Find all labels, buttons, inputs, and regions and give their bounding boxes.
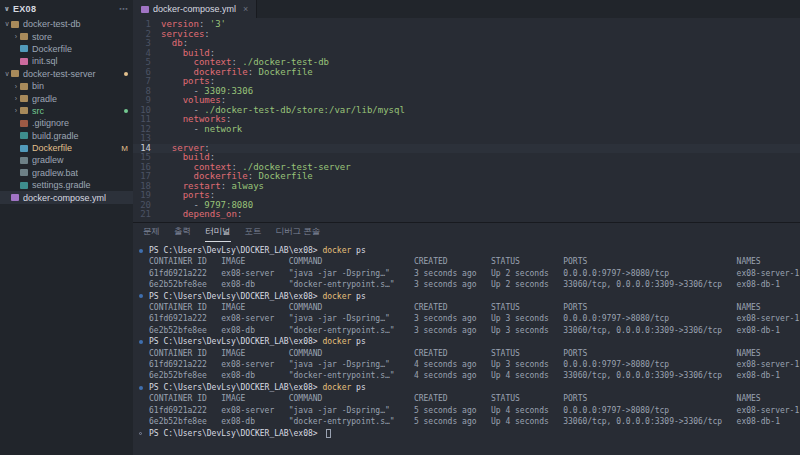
- git-change-dot: [124, 109, 128, 113]
- chevron-right-icon: ›: [12, 33, 20, 40]
- command-decoration-icon[interactable]: [139, 340, 149, 344]
- tree-item-docker-compose.yml[interactable]: docker-compose.yml: [0, 191, 133, 203]
- chevron-right-icon: ›: [12, 83, 20, 90]
- tree-item-store[interactable]: ›store: [0, 30, 133, 42]
- editor-line-18[interactable]: 18 restart: always: [133, 182, 800, 192]
- tree-item-settings.gradle[interactable]: settings.gradle: [0, 179, 133, 191]
- file-label: bin: [32, 81, 44, 91]
- file-label: Dockerfile: [32, 143, 72, 153]
- panel-tab-ports[interactable]: 포트: [245, 223, 262, 242]
- vscode-window: ∨ EX08 ⋯ ∨docker-test-db›storeDockerfile…: [0, 0, 800, 455]
- tree-item-bin[interactable]: ›bin: [0, 80, 133, 92]
- yaml-file-icon: [141, 6, 149, 13]
- tree-item-docker-test-server[interactable]: ∨docker-test-server: [0, 68, 133, 80]
- file-label: docker-test-db: [23, 19, 81, 29]
- file-label: docker-compose.yml: [23, 193, 106, 203]
- panel-tab-problems[interactable]: 문제: [143, 223, 160, 242]
- tree-item-dockerfile[interactable]: DockerfileM: [0, 142, 133, 154]
- terminal-output-line: CONTAINER ID IMAGE COMMAND CREATED STATU…: [139, 348, 800, 359]
- chevron-down-icon: ∨: [3, 20, 11, 28]
- editor-line-14[interactable]: 14 server:: [133, 144, 800, 154]
- code-text: depends_on:: [161, 210, 242, 220]
- tab-label: docker-compose.yml: [153, 4, 236, 14]
- terminal-output-line: 6e2b52bfe8ee ex08-db "docker-entrypoint.…: [139, 325, 800, 336]
- editor-line-10[interactable]: 10 - ./docker-test-db/store:/var/lib/mys…: [133, 106, 800, 116]
- file-label: init.sql: [32, 56, 58, 66]
- tree-item-src[interactable]: ›src: [0, 105, 133, 117]
- gradle-icon: [20, 182, 28, 189]
- editor-line-12[interactable]: 12 - network: [133, 125, 800, 135]
- tree-item-init.sql[interactable]: init.sql: [0, 55, 133, 67]
- docker-icon: [20, 145, 28, 152]
- terminal-prompt-line[interactable]: PS C:\Users\DevLsy\DOCKER_LAB\ex08>: [139, 428, 800, 439]
- file-label: docker-test-server: [23, 69, 96, 79]
- terminal-output-line: 61fd6921a222 ex08-server "java -jar -Dsp…: [139, 313, 800, 324]
- terminal-output-line: 61fd6921a222 ex08-server "java -jar -Dsp…: [139, 405, 800, 416]
- yml-icon: [11, 194, 19, 201]
- line-number: 21: [133, 210, 161, 220]
- git-change-dot: [124, 72, 128, 76]
- code-editor[interactable]: 1version: '3'2services:3 db:4 build:5 co…: [133, 18, 800, 222]
- editor-line-3[interactable]: 3 db:: [133, 39, 800, 49]
- file-label: gradlew.bat: [32, 168, 78, 178]
- editor-line-21[interactable]: 21 depends_on:: [133, 210, 800, 220]
- editor-line-2[interactable]: 2services:: [133, 30, 800, 40]
- terminal-command-line: PS C:\Users\DevLsy\DOCKER_LAB\ex08> dock…: [139, 382, 800, 393]
- command-decoration-icon[interactable]: [139, 249, 149, 253]
- tree-item-gradle[interactable]: ›gradle: [0, 92, 133, 104]
- tree-item-docker-test-db[interactable]: ∨docker-test-db: [0, 18, 133, 30]
- terminal-command-line: PS C:\Users\DevLsy\DOCKER_LAB\ex08> dock…: [139, 291, 800, 302]
- terminal-command-line: PS C:\Users\DevLsy\DOCKER_LAB\ex08> dock…: [139, 245, 800, 256]
- tree-item-gradlew[interactable]: gradlew: [0, 154, 133, 166]
- tree-item-.gitignore[interactable]: .gitignore: [0, 117, 133, 129]
- chevron-right-icon: ›: [12, 95, 20, 102]
- tree-item-build.gradle[interactable]: build.gradle: [0, 130, 133, 142]
- file-label: settings.gradle: [32, 180, 91, 190]
- editor-line-1[interactable]: 1version: '3': [133, 20, 800, 30]
- file-label: src: [32, 106, 44, 116]
- close-icon[interactable]: ×: [243, 4, 248, 14]
- explorer-section-header[interactable]: ∨ EX08 ⋯: [0, 0, 133, 17]
- editor-area: docker-compose.yml × 1version: '3'2servi…: [133, 0, 800, 455]
- folder-icon: [20, 107, 28, 114]
- sql-icon: [20, 58, 28, 65]
- panel-tab-output[interactable]: 출력: [174, 223, 191, 242]
- editor-line-13[interactable]: 13: [133, 134, 800, 144]
- chevron-down-icon: ∨: [4, 5, 10, 13]
- terminal-output-line: 6e2b52bfe8ee ex08-db "docker-entrypoint.…: [139, 370, 800, 381]
- panel-tab-debug-console[interactable]: 디버그 콘솔: [276, 223, 321, 242]
- command-decoration-icon: [139, 432, 149, 435]
- file-label: build.gradle: [32, 131, 79, 141]
- terminal-output-line: 6e2b52bfe8ee ex08-db "docker-entrypoint.…: [139, 416, 800, 427]
- terminal-output-line: 61fd6921a222 ex08-server "java -jar -Dsp…: [139, 268, 800, 279]
- folder-icon: [11, 70, 19, 77]
- file-label: gradlew: [32, 155, 64, 165]
- tree-item-dockerfile[interactable]: Dockerfile: [0, 43, 133, 55]
- terminal-output-line: 6e2b52bfe8ee ex08-db "docker-entrypoint.…: [139, 279, 800, 290]
- file-label: .gitignore: [32, 118, 69, 128]
- terminal-output-line: CONTAINER ID IMAGE COMMAND CREATED STATU…: [139, 302, 800, 313]
- file-label: Dockerfile: [32, 44, 72, 54]
- folder-icon: [20, 33, 28, 40]
- editor-tab-bar: docker-compose.yml ×: [133, 0, 800, 18]
- more-actions-icon[interactable]: ⋯: [119, 4, 128, 14]
- terminal-command-line: PS C:\Users\DevLsy\DOCKER_LAB\ex08> dock…: [139, 336, 800, 347]
- editor-line-6[interactable]: 6 dockerfile: Dockerfile: [133, 68, 800, 78]
- command-decoration-icon[interactable]: [139, 294, 149, 298]
- folder-icon: [11, 21, 19, 28]
- workspace-title: EX08: [13, 4, 36, 14]
- terminal[interactable]: PS C:\Users\DevLsy\DOCKER_LAB\ex08> dock…: [133, 242, 800, 455]
- chevron-right-icon: ›: [12, 107, 20, 114]
- panel-tab-terminal[interactable]: 터미널: [205, 223, 231, 242]
- file-icon: [20, 169, 28, 176]
- tab-docker-compose-yml[interactable]: docker-compose.yml ×: [133, 0, 257, 18]
- gradle-icon: [20, 132, 28, 139]
- bottom-panel: 문제출력터미널포트디버그 콘솔 PS C:\Users\DevLsy\DOCKE…: [133, 222, 800, 455]
- terminal-output-line: 61fd6921a222 ex08-server "java -jar -Dsp…: [139, 359, 800, 370]
- editor-line-8[interactable]: 8 - 3309:3306: [133, 87, 800, 97]
- file-label: gradle: [32, 94, 57, 104]
- file-icon: [20, 157, 28, 164]
- tree-item-gradlew.bat[interactable]: gradlew.bat: [0, 167, 133, 179]
- command-decoration-icon[interactable]: [139, 386, 149, 390]
- code-text: - network: [161, 125, 242, 135]
